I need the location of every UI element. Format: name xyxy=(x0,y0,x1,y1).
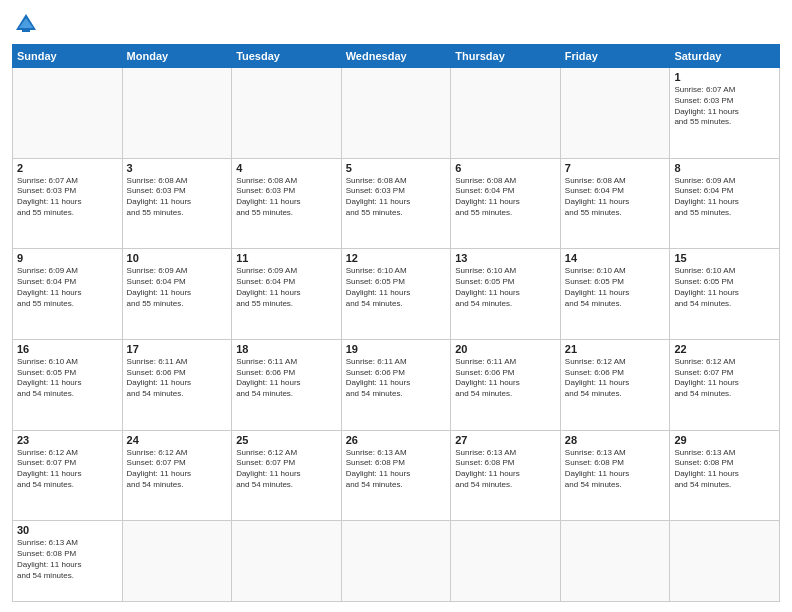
calendar-cell: 3Sunrise: 6:08 AM Sunset: 6:03 PM Daylig… xyxy=(122,158,232,249)
calendar-week-4: 16Sunrise: 6:10 AM Sunset: 6:05 PM Dayli… xyxy=(13,339,780,430)
calendar-cell: 8Sunrise: 6:09 AM Sunset: 6:04 PM Daylig… xyxy=(670,158,780,249)
day-info: Sunrise: 6:07 AM Sunset: 6:03 PM Dayligh… xyxy=(17,176,118,219)
calendar-cell: 5Sunrise: 6:08 AM Sunset: 6:03 PM Daylig… xyxy=(341,158,451,249)
day-info: Sunrise: 6:13 AM Sunset: 6:08 PM Dayligh… xyxy=(17,538,118,581)
page: SundayMondayTuesdayWednesdayThursdayFrid… xyxy=(0,0,792,612)
calendar-cell xyxy=(451,68,561,159)
weekday-header-monday: Monday xyxy=(122,45,232,68)
weekday-header-sunday: Sunday xyxy=(13,45,123,68)
weekday-header-wednesday: Wednesday xyxy=(341,45,451,68)
calendar-cell xyxy=(232,521,342,602)
calendar-cell xyxy=(341,68,451,159)
calendar-table: SundayMondayTuesdayWednesdayThursdayFrid… xyxy=(12,44,780,602)
day-number: 11 xyxy=(236,252,337,264)
calendar-cell: 29Sunrise: 6:13 AM Sunset: 6:08 PM Dayli… xyxy=(670,430,780,521)
calendar-cell: 28Sunrise: 6:13 AM Sunset: 6:08 PM Dayli… xyxy=(560,430,670,521)
weekday-header-saturday: Saturday xyxy=(670,45,780,68)
calendar-cell xyxy=(560,521,670,602)
weekday-header-friday: Friday xyxy=(560,45,670,68)
day-info: Sunrise: 6:12 AM Sunset: 6:06 PM Dayligh… xyxy=(565,357,666,400)
calendar-cell: 26Sunrise: 6:13 AM Sunset: 6:08 PM Dayli… xyxy=(341,430,451,521)
logo xyxy=(12,10,44,38)
day-info: Sunrise: 6:08 AM Sunset: 6:03 PM Dayligh… xyxy=(346,176,447,219)
header xyxy=(12,10,780,38)
calendar-cell: 21Sunrise: 6:12 AM Sunset: 6:06 PM Dayli… xyxy=(560,339,670,430)
day-number: 3 xyxy=(127,162,228,174)
calendar-cell: 10Sunrise: 6:09 AM Sunset: 6:04 PM Dayli… xyxy=(122,249,232,340)
weekday-header-tuesday: Tuesday xyxy=(232,45,342,68)
day-number: 7 xyxy=(565,162,666,174)
calendar-cell: 2Sunrise: 6:07 AM Sunset: 6:03 PM Daylig… xyxy=(13,158,123,249)
day-number: 14 xyxy=(565,252,666,264)
weekday-header-thursday: Thursday xyxy=(451,45,561,68)
calendar-week-5: 23Sunrise: 6:12 AM Sunset: 6:07 PM Dayli… xyxy=(13,430,780,521)
calendar-week-3: 9Sunrise: 6:09 AM Sunset: 6:04 PM Daylig… xyxy=(13,249,780,340)
day-number: 5 xyxy=(346,162,447,174)
calendar-cell xyxy=(13,68,123,159)
calendar-cell: 7Sunrise: 6:08 AM Sunset: 6:04 PM Daylig… xyxy=(560,158,670,249)
day-info: Sunrise: 6:13 AM Sunset: 6:08 PM Dayligh… xyxy=(565,448,666,491)
calendar-cell xyxy=(451,521,561,602)
day-info: Sunrise: 6:09 AM Sunset: 6:04 PM Dayligh… xyxy=(236,266,337,309)
day-number: 25 xyxy=(236,434,337,446)
calendar-cell: 20Sunrise: 6:11 AM Sunset: 6:06 PM Dayli… xyxy=(451,339,561,430)
day-info: Sunrise: 6:10 AM Sunset: 6:05 PM Dayligh… xyxy=(17,357,118,400)
day-info: Sunrise: 6:09 AM Sunset: 6:04 PM Dayligh… xyxy=(674,176,775,219)
calendar-cell xyxy=(122,521,232,602)
day-number: 2 xyxy=(17,162,118,174)
calendar-cell: 11Sunrise: 6:09 AM Sunset: 6:04 PM Dayli… xyxy=(232,249,342,340)
day-number: 22 xyxy=(674,343,775,355)
calendar-cell: 16Sunrise: 6:10 AM Sunset: 6:05 PM Dayli… xyxy=(13,339,123,430)
day-info: Sunrise: 6:11 AM Sunset: 6:06 PM Dayligh… xyxy=(346,357,447,400)
calendar-week-2: 2Sunrise: 6:07 AM Sunset: 6:03 PM Daylig… xyxy=(13,158,780,249)
day-number: 6 xyxy=(455,162,556,174)
day-number: 17 xyxy=(127,343,228,355)
calendar-cell: 19Sunrise: 6:11 AM Sunset: 6:06 PM Dayli… xyxy=(341,339,451,430)
day-info: Sunrise: 6:08 AM Sunset: 6:03 PM Dayligh… xyxy=(236,176,337,219)
calendar-cell: 27Sunrise: 6:13 AM Sunset: 6:08 PM Dayli… xyxy=(451,430,561,521)
day-number: 13 xyxy=(455,252,556,264)
day-number: 28 xyxy=(565,434,666,446)
calendar-cell: 4Sunrise: 6:08 AM Sunset: 6:03 PM Daylig… xyxy=(232,158,342,249)
day-info: Sunrise: 6:08 AM Sunset: 6:04 PM Dayligh… xyxy=(565,176,666,219)
calendar-week-6: 30Sunrise: 6:13 AM Sunset: 6:08 PM Dayli… xyxy=(13,521,780,602)
calendar-cell xyxy=(122,68,232,159)
day-number: 19 xyxy=(346,343,447,355)
calendar-cell: 13Sunrise: 6:10 AM Sunset: 6:05 PM Dayli… xyxy=(451,249,561,340)
day-info: Sunrise: 6:12 AM Sunset: 6:07 PM Dayligh… xyxy=(17,448,118,491)
calendar-cell: 17Sunrise: 6:11 AM Sunset: 6:06 PM Dayli… xyxy=(122,339,232,430)
calendar-cell: 6Sunrise: 6:08 AM Sunset: 6:04 PM Daylig… xyxy=(451,158,561,249)
calendar-cell: 24Sunrise: 6:12 AM Sunset: 6:07 PM Dayli… xyxy=(122,430,232,521)
day-info: Sunrise: 6:07 AM Sunset: 6:03 PM Dayligh… xyxy=(674,85,775,128)
day-info: Sunrise: 6:10 AM Sunset: 6:05 PM Dayligh… xyxy=(455,266,556,309)
day-info: Sunrise: 6:10 AM Sunset: 6:05 PM Dayligh… xyxy=(346,266,447,309)
day-number: 26 xyxy=(346,434,447,446)
day-number: 18 xyxy=(236,343,337,355)
calendar-cell: 15Sunrise: 6:10 AM Sunset: 6:05 PM Dayli… xyxy=(670,249,780,340)
day-info: Sunrise: 6:13 AM Sunset: 6:08 PM Dayligh… xyxy=(346,448,447,491)
day-number: 20 xyxy=(455,343,556,355)
day-info: Sunrise: 6:11 AM Sunset: 6:06 PM Dayligh… xyxy=(236,357,337,400)
day-info: Sunrise: 6:13 AM Sunset: 6:08 PM Dayligh… xyxy=(674,448,775,491)
logo-icon xyxy=(12,10,40,38)
day-number: 30 xyxy=(17,524,118,536)
calendar-cell: 14Sunrise: 6:10 AM Sunset: 6:05 PM Dayli… xyxy=(560,249,670,340)
calendar-cell: 9Sunrise: 6:09 AM Sunset: 6:04 PM Daylig… xyxy=(13,249,123,340)
calendar-cell xyxy=(341,521,451,602)
svg-rect-2 xyxy=(22,28,30,32)
day-info: Sunrise: 6:12 AM Sunset: 6:07 PM Dayligh… xyxy=(127,448,228,491)
calendar-cell xyxy=(560,68,670,159)
day-info: Sunrise: 6:09 AM Sunset: 6:04 PM Dayligh… xyxy=(127,266,228,309)
calendar-cell: 30Sunrise: 6:13 AM Sunset: 6:08 PM Dayli… xyxy=(13,521,123,602)
day-number: 29 xyxy=(674,434,775,446)
calendar-week-1: 1Sunrise: 6:07 AM Sunset: 6:03 PM Daylig… xyxy=(13,68,780,159)
day-info: Sunrise: 6:11 AM Sunset: 6:06 PM Dayligh… xyxy=(455,357,556,400)
calendar-cell: 12Sunrise: 6:10 AM Sunset: 6:05 PM Dayli… xyxy=(341,249,451,340)
day-number: 27 xyxy=(455,434,556,446)
day-info: Sunrise: 6:08 AM Sunset: 6:04 PM Dayligh… xyxy=(455,176,556,219)
calendar-cell: 25Sunrise: 6:12 AM Sunset: 6:07 PM Dayli… xyxy=(232,430,342,521)
day-number: 15 xyxy=(674,252,775,264)
calendar-cell xyxy=(232,68,342,159)
day-number: 10 xyxy=(127,252,228,264)
day-number: 12 xyxy=(346,252,447,264)
